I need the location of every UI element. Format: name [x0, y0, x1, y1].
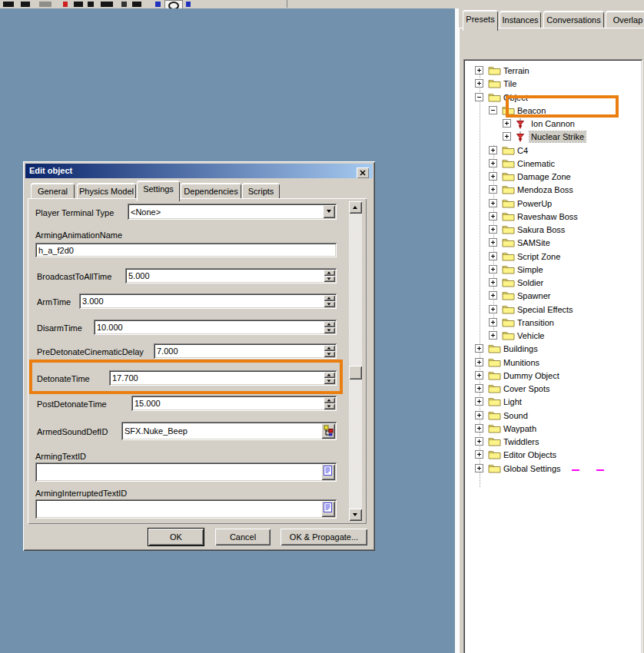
- armtime-input[interactable]: 3.000: [79, 293, 337, 309]
- tree-item-simple[interactable]: Simple: [463, 264, 642, 276]
- tree-item-cinematic[interactable]: Cinematic: [463, 157, 642, 170]
- spin-up-icon[interactable]: [324, 321, 335, 327]
- armingtextid-input[interactable]: [35, 462, 337, 482]
- toolbar-icon-fragment[interactable]: [74, 2, 83, 7]
- spin-up-icon[interactable]: [324, 397, 335, 403]
- presets-tree[interactable]: TerrainTileObjectBeaconIon CannonNuclear…: [463, 59, 642, 653]
- tree-item-spawner[interactable]: Spawner: [463, 290, 642, 302]
- toolbar-icon-fragment[interactable]: [63, 2, 68, 7]
- tab-instances[interactable]: Instances: [500, 11, 541, 29]
- expand-plus-icon[interactable]: [475, 437, 483, 446]
- expand-plus-icon[interactable]: [489, 159, 497, 167]
- collapse-minus-icon[interactable]: [489, 106, 497, 114]
- expand-plus-icon[interactable]: [475, 384, 483, 393]
- tree-item-sakura-boss[interactable]: Sakura Boss: [463, 224, 642, 236]
- tree-item-vehicle[interactable]: Vehicle: [463, 330, 642, 342]
- collapse-minus-icon[interactable]: [475, 93, 483, 101]
- broadcasttoalltime-input[interactable]: 5.000: [125, 268, 337, 283]
- expand-plus-icon[interactable]: [489, 305, 497, 313]
- close-icon[interactable]: [357, 167, 369, 178]
- toolbar-icon-fragment[interactable]: [39, 2, 51, 7]
- spin-up-icon[interactable]: [324, 270, 335, 276]
- expand-plus-icon[interactable]: [489, 252, 497, 260]
- tree-item-ion-cannon[interactable]: Ion Cannon: [463, 118, 642, 130]
- toolbar-icon-fragment[interactable]: [101, 2, 113, 7]
- tree-item-transition[interactable]: Transition: [463, 317, 642, 329]
- postdetonatetime-input[interactable]: 15.000: [131, 396, 337, 411]
- tree-item-editor-objects[interactable]: Editor Objects: [463, 449, 642, 461]
- expand-plus-icon[interactable]: [489, 238, 497, 247]
- dropdown-arrow-icon[interactable]: [323, 205, 335, 218]
- expand-plus-icon[interactable]: [475, 79, 483, 88]
- tab-settings[interactable]: Settings: [137, 181, 180, 201]
- tree-item-terrain[interactable]: Terrain: [463, 65, 642, 77]
- tree-item-sound[interactable]: Sound: [463, 409, 642, 422]
- tree-item-waypath[interactable]: Waypath: [463, 423, 642, 435]
- expand-plus-icon[interactable]: [489, 185, 497, 194]
- expand-plus-icon[interactable]: [475, 450, 483, 459]
- toolbar-icon-fragment[interactable]: [3, 2, 14, 7]
- tab-physics-model[interactable]: Physics Model: [77, 183, 136, 200]
- expand-plus-icon[interactable]: [503, 132, 511, 141]
- expand-plus-icon[interactable]: [489, 331, 497, 340]
- expand-plus-icon[interactable]: [475, 344, 483, 353]
- expand-plus-icon[interactable]: [475, 66, 483, 75]
- tab-dependencies[interactable]: Dependencies: [181, 183, 241, 200]
- ok-propagate-button[interactable]: OK & Propagate...: [281, 529, 367, 545]
- spin-down-icon[interactable]: [324, 327, 335, 333]
- expand-plus-icon[interactable]: [489, 146, 497, 154]
- tree-item-light[interactable]: Light: [463, 396, 642, 408]
- expand-plus-icon[interactable]: [475, 411, 483, 419]
- arminginterruptedtextid-input[interactable]: [35, 499, 337, 519]
- tree-item-tile[interactable]: Tile: [463, 78, 642, 90]
- tab-presets[interactable]: Presets: [463, 10, 498, 31]
- tree-item-soldier[interactable]: Soldier: [463, 277, 642, 289]
- tree-item-dummy-object[interactable]: Dummy Object: [463, 370, 642, 382]
- tree-item-damage-zone[interactable]: Damage Zone: [463, 171, 642, 183]
- disarmtime-input[interactable]: 10.000: [94, 320, 337, 335]
- tree-item-global-settings[interactable]: Global Settings: [463, 462, 642, 475]
- toolbar-icon-fragment[interactable]: [121, 2, 127, 7]
- preset-picker-icon[interactable]: [321, 423, 335, 439]
- player-terminal-type-combo[interactable]: <None>: [128, 204, 337, 220]
- toolbar-icon-fragment[interactable]: [88, 2, 94, 7]
- toolbar-icon-fragment[interactable]: [155, 2, 161, 7]
- armedsounddefid-input[interactable]: SFX.Nuke_Beep: [121, 422, 337, 440]
- expand-plus-icon[interactable]: [475, 424, 483, 433]
- arminganimationname-input[interactable]: h_a_f2d0: [35, 243, 337, 257]
- expand-plus-icon[interactable]: [475, 371, 483, 380]
- spin-down-icon[interactable]: [324, 301, 335, 307]
- tree-item-c4[interactable]: C4: [463, 144, 642, 157]
- tree-item-script-zone[interactable]: Script Zone: [463, 250, 642, 263]
- toolbar-icon-fragment[interactable]: [132, 2, 141, 7]
- expand-plus-icon[interactable]: [489, 225, 497, 234]
- toolbar-icon-fragment[interactable]: [186, 2, 191, 7]
- dialog-scrollbar[interactable]: [349, 201, 362, 521]
- spin-down-icon[interactable]: [324, 351, 335, 357]
- expand-plus-icon[interactable]: [475, 397, 483, 406]
- toolbar-icon-fragment[interactable]: [21, 2, 30, 7]
- scroll-down-icon[interactable]: [349, 509, 362, 521]
- expand-plus-icon[interactable]: [489, 318, 497, 326]
- tree-item-twiddlers[interactable]: Twiddlers: [463, 436, 642, 448]
- tree-item-cover-spots[interactable]: Cover Spots: [463, 383, 642, 395]
- expand-plus-icon[interactable]: [475, 464, 483, 472]
- expand-plus-icon[interactable]: [489, 199, 497, 207]
- dialog-titlebar[interactable]: Edit object: [25, 164, 373, 178]
- expand-plus-icon[interactable]: [489, 291, 497, 300]
- tab-general[interactable]: General: [31, 183, 75, 200]
- scrollbar-thumb[interactable]: [349, 366, 362, 380]
- string-lookup-icon[interactable]: [321, 464, 335, 480]
- expand-plus-icon[interactable]: [489, 172, 497, 181]
- expand-plus-icon[interactable]: [489, 278, 497, 287]
- spin-down-icon[interactable]: [324, 276, 335, 282]
- expand-plus-icon[interactable]: [489, 212, 497, 220]
- tree-item-nuclear-strike[interactable]: Nuclear Strike: [463, 131, 642, 143]
- tree-item-special-effects[interactable]: Special Effects: [463, 303, 642, 316]
- spin-up-icon[interactable]: [324, 295, 335, 301]
- tree-item-samsite[interactable]: SAMSite: [463, 237, 642, 249]
- tree-item-mendoza-boss[interactable]: Mendoza Boss: [463, 184, 642, 196]
- tab-conversations[interactable]: Conversations: [543, 11, 604, 29]
- tree-item-munitions[interactable]: Munitions: [463, 356, 642, 369]
- tab-scripts[interactable]: Scripts: [242, 183, 280, 200]
